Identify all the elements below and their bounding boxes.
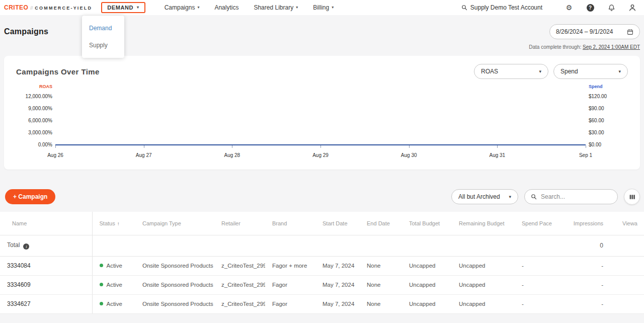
account-switcher[interactable]: Supply Demo Test Account [461, 4, 542, 11]
status-label: Active [107, 263, 122, 269]
column-header-label: Status [100, 220, 115, 226]
right-metric-select[interactable]: Spend ▾ [553, 64, 628, 79]
account-name: Supply Demo Test Account [470, 4, 542, 11]
user-profile-button[interactable] [626, 2, 639, 13]
x-axis-tick [55, 145, 56, 148]
campaigns-over-time-chart: ROAS 12,000.00% 9,000.00% 6,000.00% 3,00… [16, 83, 628, 163]
nav-item-analytics[interactable]: Analytics [214, 4, 238, 11]
end-date: None [360, 275, 402, 294]
info-icon[interactable]: i [23, 244, 29, 250]
campaign-name[interactable]: 3334084 [0, 256, 92, 275]
x-axis-tick [232, 145, 232, 148]
empty-cell [214, 235, 265, 256]
right-metric-value: Spend [560, 68, 578, 75]
y-tick-label: $120.00 [589, 93, 607, 100]
help-button[interactable]: ? [584, 2, 597, 13]
date-range-value: 8/26/2024 – 9/1/2024 [556, 28, 613, 35]
spend-pace: - [515, 256, 570, 275]
nav-right: Supply Demo Test Account ⚙ ? [461, 2, 639, 13]
columns-button[interactable] [624, 189, 640, 205]
logo-separator: // [30, 6, 33, 11]
data-complete-link[interactable]: Sep 2, 2024 1:00AM EDT [583, 44, 640, 50]
table-row[interactable]: 3334084 Active Onsite Sponsored Products… [0, 256, 644, 275]
column-header-status[interactable]: Status↑ [92, 212, 135, 235]
y-tick-label: $90.00 [589, 105, 604, 112]
campaign-status: Active [92, 294, 135, 313]
column-header-retailer[interactable]: Retailer [214, 212, 265, 235]
status-filter-select[interactable]: All but Archived ▾ [451, 189, 518, 204]
nav-item-shared-library[interactable]: Shared Library ▾ [254, 4, 298, 11]
campaign-name[interactable]: 3334627 [0, 294, 92, 313]
chart-plot-area: Aug 26 Aug 27 Aug 28 Aug 29 Aug 30 Aug 3… [55, 83, 586, 163]
empty-cell [135, 235, 214, 256]
main-content: Campaigns 8/26/2024 – 9/1/2024 Data comp… [0, 24, 644, 314]
chevron-down-icon: ▾ [197, 6, 199, 10]
column-header-brand[interactable]: Brand [265, 212, 315, 235]
demand-dropdown-label: DEMAND [107, 5, 133, 11]
column-header-end-date[interactable]: End Date [360, 212, 402, 235]
column-header-total-budget[interactable]: Total Budget [402, 212, 452, 235]
total-budget: Uncapped [402, 275, 452, 294]
status-dot-active [100, 283, 103, 286]
empty-cell [402, 235, 452, 256]
nav-item-billing[interactable]: Billing ▾ [313, 4, 334, 11]
column-header-impressions[interactable]: Impressions [570, 212, 606, 235]
column-header-name[interactable]: Name [0, 212, 92, 235]
campaign-type: Onsite Sponsored Products [135, 256, 214, 275]
retailer: z_CriteoTest_299 [214, 275, 265, 294]
help-icon: ? [587, 4, 594, 12]
column-header-spend-pace[interactable]: Spend Pace [515, 212, 570, 235]
date-range-picker[interactable]: 8/26/2024 – 9/1/2024 [549, 24, 640, 39]
remaining-budget: Uncapped [452, 275, 515, 294]
left-metric-select[interactable]: ROAS ▾ [474, 64, 548, 79]
end-date: None [360, 256, 402, 275]
search-icon [461, 5, 467, 11]
y-tick-label: 9,000.00% [28, 105, 52, 112]
search-input[interactable] [541, 193, 611, 200]
empty-cell [452, 235, 515, 256]
menu-item-supply[interactable]: Supply [82, 37, 124, 54]
left-y-axis: ROAS 12,000.00% 9,000.00% 6,000.00% 3,00… [16, 83, 52, 163]
viewable [606, 256, 644, 275]
viewable [606, 275, 644, 294]
new-campaign-button[interactable]: + Campaign [5, 189, 55, 204]
person-icon [628, 4, 636, 12]
column-header-remaining-budget[interactable]: Remaining Budget [452, 212, 515, 235]
end-date: None [360, 294, 402, 313]
remaining-budget: Uncapped [452, 256, 515, 275]
column-header-campaign-type[interactable]: Campaign Type [135, 212, 214, 235]
x-tick-label: Aug 27 [136, 152, 152, 158]
menu-item-demand[interactable]: Demand [82, 20, 124, 37]
chevron-down-icon: ▾ [332, 6, 334, 10]
status-label: Active [107, 282, 122, 288]
table-row[interactable]: 3334627 Active Onsite Sponsored Products… [0, 294, 644, 313]
criteo-logo[interactable]: CRITEO // COMMERCE-YIELD [4, 4, 92, 11]
columns-icon [629, 194, 635, 200]
chart-card-header: Campaigns Over Time ROAS ▾ Spend ▾ [16, 64, 628, 79]
x-axis-tick [497, 145, 498, 148]
empty-cell [92, 235, 135, 256]
demand-menu: Demand Supply [82, 16, 124, 58]
retailer: z_CriteoTest_299 [214, 294, 265, 313]
empty-cell [515, 235, 570, 256]
chevron-down-icon: ▾ [618, 69, 621, 74]
column-header-viewable[interactable]: Viewa [606, 212, 644, 235]
right-axis-title: Spend [589, 83, 603, 90]
toolbar-right: All but Archived ▾ [451, 189, 640, 205]
notifications-button[interactable] [605, 2, 618, 13]
y-tick-label: $30.00 [589, 129, 604, 136]
table-total-row: Totali 0 [0, 235, 644, 256]
settings-button[interactable]: ⚙ [562, 2, 576, 13]
nav-item-campaigns[interactable]: Campaigns ▾ [165, 4, 200, 11]
impressions: - [570, 275, 606, 294]
demand-dropdown-button[interactable]: DEMAND ▾ [101, 2, 145, 13]
campaign-name[interactable]: 3334609 [0, 275, 92, 294]
x-axis-tick [320, 145, 321, 148]
x-tick-label: Aug 28 [224, 152, 240, 158]
campaigns-toolbar: + Campaign All but Archived ▾ [5, 189, 640, 205]
empty-cell [606, 235, 644, 256]
column-header-start-date[interactable]: Start Date [315, 212, 360, 235]
campaign-status: Active [92, 256, 135, 275]
status-filter-value: All but Archived [458, 193, 500, 200]
table-row[interactable]: 3334609 Active Onsite Sponsored Products… [0, 275, 644, 294]
